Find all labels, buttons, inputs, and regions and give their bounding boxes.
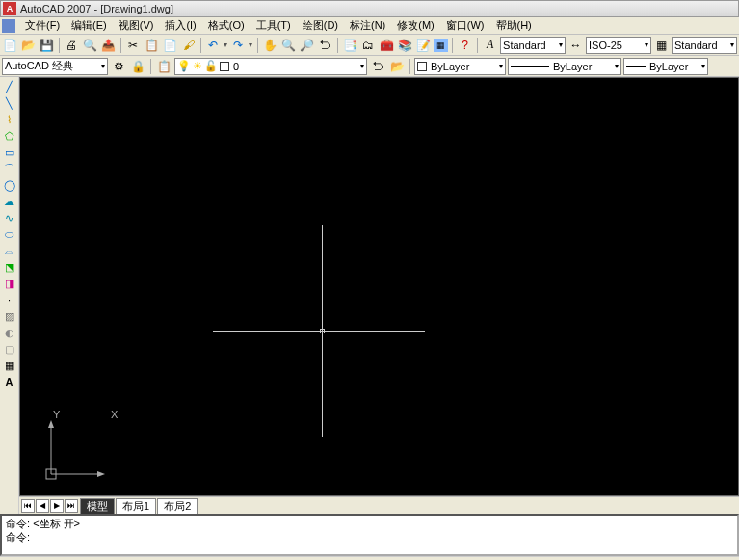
layer-manager-icon[interactable]: 📋 (155, 58, 172, 75)
dropdown-arrow-icon[interactable]: ▾ (224, 40, 227, 49)
cut-icon[interactable]: ✂ (125, 37, 142, 54)
tool-palette-icon[interactable]: 🧰 (379, 37, 395, 54)
separator-icon (150, 59, 151, 74)
menu-edit[interactable]: 编辑(E) (66, 18, 113, 33)
separator-icon (409, 59, 410, 74)
menu-file[interactable]: 文件(F) (19, 18, 66, 33)
new-icon[interactable]: 📄 (2, 37, 18, 54)
menu-window[interactable]: 窗口(W) (440, 18, 490, 33)
tab-last-icon[interactable]: ⏭ (65, 499, 78, 513)
make-block-icon[interactable]: ◨ (2, 276, 17, 291)
workspace-settings-icon[interactable]: ⚙ (110, 58, 127, 75)
redo-icon[interactable]: ↷ (230, 37, 247, 54)
tab-next-icon[interactable]: ▶ (50, 499, 64, 513)
gradient-icon[interactable]: ◐ (2, 325, 17, 340)
layer-combo[interactable]: 💡 ☀ 🔓 0 ▾ (174, 58, 367, 75)
line-icon[interactable]: ╱ (2, 79, 17, 94)
ucs-icon: Y X (32, 409, 109, 486)
color-combo[interactable]: ByLayer ▾ (414, 58, 506, 75)
dim-style-icon[interactable]: ↔ (567, 37, 584, 54)
hatch-icon[interactable]: ▨ (2, 308, 17, 324)
dim-style-value: ISO-25 (589, 40, 622, 51)
text-style-icon[interactable]: A (482, 37, 498, 54)
drawing-canvas[interactable]: Y X (19, 77, 739, 496)
text-style-value: Standard (503, 40, 546, 51)
arc-icon[interactable]: ⌒ (2, 161, 17, 176)
status-bar (0, 556, 739, 560)
paste-icon[interactable]: 📄 (162, 37, 178, 54)
help-icon[interactable]: ? (457, 37, 473, 54)
insert-block-icon[interactable]: ⬔ (2, 259, 17, 275)
layer-states-icon[interactable]: 📂 (388, 58, 406, 75)
menu-dim[interactable]: 标注(N) (344, 18, 391, 33)
ellipse-arc-icon[interactable]: ⌓ (2, 243, 17, 258)
match-icon[interactable]: 🖌 (180, 37, 197, 54)
sheet-set-icon[interactable]: 📚 (397, 37, 413, 54)
ellipse-icon[interactable]: ⬭ (2, 227, 17, 242)
region-icon[interactable]: ▢ (2, 341, 17, 357)
design-center-icon[interactable]: 🗂 (360, 37, 377, 54)
pan-icon[interactable]: ✋ (262, 37, 278, 54)
draw-toolbar: ╱ ╲ ⌇ ⬠ ▭ ⌒ ◯ ☁ ∿ ⬭ ⌓ ⬔ ◨ · ▨ ◐ ▢ ▦ A (0, 77, 19, 514)
workspace-combo[interactable]: AutoCAD 经典 ▾ (2, 58, 108, 75)
layer-prev-icon[interactable]: ⮌ (369, 58, 386, 75)
rectangle-icon[interactable]: ▭ (2, 145, 17, 160)
zoom-prev-icon[interactable]: ⮌ (317, 37, 333, 54)
dim-style-combo[interactable]: ISO-25 ▾ (586, 37, 651, 54)
separator-icon (257, 38, 258, 53)
mtext-icon[interactable]: A (2, 374, 17, 389)
point-icon[interactable]: · (2, 292, 17, 307)
zoom-window-icon[interactable]: 🔎 (299, 37, 315, 54)
lineweight-combo[interactable]: ByLayer ▾ (623, 58, 708, 75)
menu-help[interactable]: 帮助(H) (490, 18, 538, 33)
ucs-x-label: X (111, 409, 118, 420)
undo-icon[interactable]: ↶ (205, 37, 222, 54)
text-style-combo[interactable]: Standard ▾ (500, 37, 566, 54)
linetype-value: ByLayer (553, 61, 592, 72)
save-icon[interactable]: 💾 (39, 37, 55, 54)
workspace-lock-icon[interactable]: 🔒 (129, 58, 146, 75)
command-input-line[interactable]: 命令: (6, 530, 733, 544)
calc-icon[interactable]: ▦ (434, 39, 448, 52)
zoom-realtime-icon[interactable]: 🔍 (280, 37, 297, 54)
polyline-icon[interactable]: ⌇ (2, 112, 17, 127)
menu-modify[interactable]: 修改(M) (391, 18, 440, 33)
window-title: AutoCAD 2007 - [Drawing1.dwg] (20, 3, 173, 14)
print-icon[interactable]: 🖨 (64, 37, 80, 54)
dropdown-arrow-icon: ▾ (698, 62, 705, 70)
cline-icon[interactable]: ╲ (2, 95, 17, 111)
cmd-prompt: 命令: (6, 531, 30, 543)
table-style-value: Standard (674, 40, 718, 51)
pickbox-icon (320, 329, 325, 333)
spline-icon[interactable]: ∿ (2, 210, 17, 226)
tab-first-icon[interactable]: ⏮ (21, 499, 35, 513)
table-icon[interactable]: ▦ (2, 358, 17, 373)
dropdown-arrow-icon[interactable]: ▾ (249, 40, 252, 49)
command-window[interactable]: 命令: <坐标 开> 命令: (0, 514, 739, 556)
revcloud-icon[interactable]: ☁ (2, 194, 17, 209)
menu-format[interactable]: 格式(O) (202, 18, 251, 33)
menu-draw[interactable]: 绘图(D) (297, 18, 344, 33)
open-icon[interactable]: 📂 (20, 37, 37, 54)
copy-icon[interactable]: 📋 (144, 37, 160, 54)
markup-icon[interactable]: 📝 (415, 37, 432, 54)
menu-view[interactable]: 视图(V) (113, 18, 160, 33)
tab-layout2[interactable]: 布局2 (157, 498, 198, 514)
linetype-combo[interactable]: ByLayer ▾ (508, 58, 621, 75)
circle-icon[interactable]: ◯ (2, 177, 17, 193)
properties-icon[interactable]: 📑 (342, 37, 358, 54)
tab-layout1[interactable]: 布局1 (116, 498, 156, 514)
polygon-icon[interactable]: ⬠ (2, 128, 17, 144)
tab-prev-icon[interactable]: ◀ (36, 499, 49, 513)
menu-tools[interactable]: 工具(T) (251, 18, 297, 33)
menu-insert[interactable]: 插入(I) (159, 18, 201, 33)
table-style-combo[interactable]: Standard ▾ (672, 37, 737, 54)
table-style-icon[interactable]: ▦ (653, 37, 670, 54)
lock-icon: 🔓 (204, 60, 218, 72)
tab-model[interactable]: 模型 (80, 498, 115, 514)
separator-icon (200, 38, 201, 53)
separator-icon (120, 38, 121, 53)
publish-icon[interactable]: 📤 (100, 37, 117, 54)
preview-icon[interactable]: 🔍 (82, 37, 98, 54)
workspace-value: AutoCAD 经典 (5, 59, 73, 73)
